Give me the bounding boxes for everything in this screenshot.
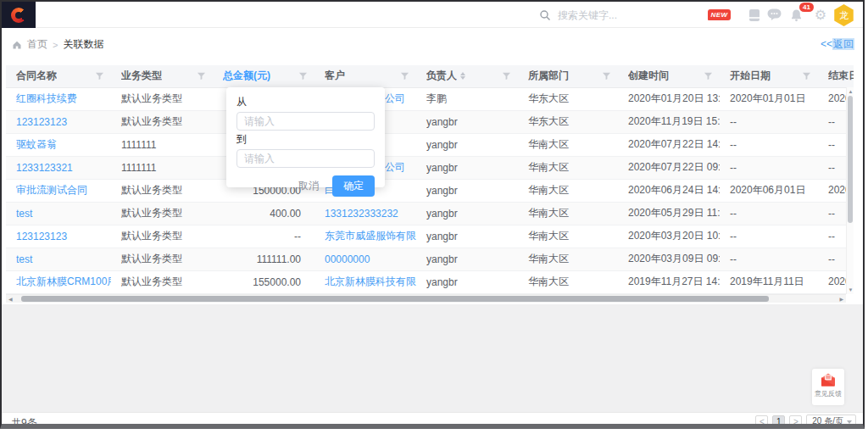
cell: -- [213,225,314,248]
column-label: 客户 [325,69,345,83]
cell: 1331232333232 [314,202,416,225]
cell: 2020年11月19日 15:41 [618,110,720,133]
logo-c-icon [11,8,26,23]
customer-link[interactable]: 北京新林膜科技有限公司 [325,275,416,287]
scroll-down-icon[interactable]: ▼ [847,287,854,293]
cell: 东莞市威盛服饰有限公司 [314,225,416,248]
footer-bar: 共9条 < 1 > 20 条/页 [2,412,863,429]
customer-link[interactable]: 东莞市威盛服饰有限公司 [325,230,416,242]
chat-icon[interactable] [767,8,782,21]
cell: 123123123 [6,110,111,133]
confirm-button[interactable]: 确定 [332,175,375,197]
cell: yangbr [416,202,518,225]
cell: yangbr [416,225,518,248]
filter-icon[interactable] [95,71,104,81]
app-window: 搜索关键字... NEW 41 ⚙ 龙 首页 > 关联数据 <<返回 合同名称业… [0,0,865,429]
content-background [2,304,863,412]
filter-icon[interactable] [704,71,713,81]
contract-link[interactable]: 红圈科技续费 [16,92,77,104]
contract-link[interactable]: 123123123 [16,231,67,242]
current-page[interactable]: 1 [772,415,785,428]
filter-from-label: 从 [236,95,375,109]
horizontal-scrollbar[interactable]: ◀ ▶ [6,294,846,303]
filter-icon[interactable] [602,71,611,81]
cell: 默认业务类型 [111,179,213,202]
column-header-2: 总金额(元) [213,65,314,87]
vertical-scrollbar[interactable]: ▲ ▼ [846,87,854,294]
gear-icon[interactable]: ⚙ [813,6,828,23]
table-row: 12331233211111111公司yangbr华南大区2020年07月22日… [6,156,854,179]
cell: 华南大区 [518,225,618,248]
column-label: 负责人 [426,69,457,83]
search-icon [539,9,551,21]
filter-icon[interactable] [400,71,409,81]
cell: 2019年11月11日 [720,270,818,293]
contract-link[interactable]: test [16,208,32,220]
cell: 123123123 [6,225,111,248]
filter-icon[interactable] [197,71,206,81]
page-size-select[interactable]: 20 条/页 [806,415,856,428]
scroll-left-icon[interactable]: ◀ [8,296,13,303]
breadcrumb-home[interactable]: 首页 [27,37,47,52]
cell: 华东大区 [518,87,618,110]
cell: yangbr [416,248,518,270]
related-data-table: 合同名称业务类型总金额(元)客户负责人所属部门创建时间开始日期结束日期 红圈科技… [6,65,854,303]
column-header-5: 所属部门 [518,65,618,87]
notebook-icon[interactable] [748,8,760,22]
table-row: 123123123默认业务类型yangbr华东大区2020年11月19日 15:… [6,110,854,133]
customer-link[interactable]: 公司 [385,161,405,173]
cell: 2020年01月01日 [720,87,818,110]
contract-link[interactable]: 驱蚊器翁 [16,138,57,150]
contract-link[interactable]: 123123123 [16,116,67,128]
customer-link[interactable]: 公司 [385,92,405,104]
filter-icon[interactable] [298,71,308,81]
horizontal-scroll-thumb[interactable] [21,296,769,302]
filter-to-input[interactable] [236,149,375,168]
table-row: 123123123默认业务类型--东莞市威盛服饰有限公司yangbr华南大区20… [6,225,854,248]
column-label: 合同名称 [16,69,57,83]
feedback-button[interactable]: 意见反馈 [812,369,844,405]
cell: 默认业务类型 [111,202,213,225]
contract-link[interactable]: 审批流测试合同 [16,184,87,196]
scroll-right-icon[interactable]: ▶ [839,296,843,303]
cell: 华东大区 [518,110,618,133]
cell: 默认业务类型 [111,110,213,133]
user-avatar[interactable]: 龙 [833,4,854,26]
contract-link[interactable]: 1233123321 [16,162,73,174]
contract-link[interactable]: 北京新林膜CRM100用户... [16,275,111,287]
sort-icon[interactable] [460,72,465,80]
breadcrumb-bar: 首页 > 关联数据 <<返回 [2,29,863,58]
filter-icon[interactable] [802,71,811,81]
new-badge[interactable]: NEW [708,9,731,20]
cell: 111111.00 [213,248,314,270]
table-row: 驱蚊器翁1111111yangbr华南大区2020年07月22日 14:04--… [6,133,854,156]
filter-from-input[interactable] [236,112,375,131]
global-search[interactable]: 搜索关键字... [539,7,617,24]
scroll-up-icon[interactable]: ▲ [847,88,854,95]
next-page-button[interactable]: > [789,415,802,428]
column-label: 结束日期 [828,69,854,83]
cancel-button[interactable]: 取消 [292,176,326,196]
table-row: test默认业务类型400.001331232333232yangbr华南大区2… [6,202,854,225]
cell: 00000000 [314,248,416,270]
customer-link[interactable]: 1331232333232 [325,208,398,220]
cell: yangbr [416,156,518,179]
column-label: 业务类型 [121,69,162,83]
cell: 李鹏 [416,87,518,110]
cell: 华南大区 [518,156,618,179]
back-link[interactable]: <<返回 [821,37,854,52]
cell: 1111111 [111,133,213,156]
column-header-0: 合同名称 [6,65,111,87]
breadcrumb-current: 关联数据 [63,37,103,52]
table-row: 北京新林膜CRM100用户...默认业务类型155000.00北京新林膜科技有限… [6,270,854,293]
filter-icon[interactable] [502,71,511,81]
cell: 2020年07月22日 09:23 [618,156,720,179]
vertical-scroll-thumb[interactable] [848,96,853,223]
app-logo[interactable] [2,2,36,28]
table-row: 审批流测试合同默认业务类型150000.00白度yangbr华南大区2020年0… [6,179,854,202]
prev-page-button[interactable]: < [755,415,768,428]
cell: 华南大区 [518,202,618,225]
cell: 华南大区 [518,270,618,293]
customer-link[interactable]: 00000000 [325,253,370,265]
contract-link[interactable]: test [16,253,32,265]
